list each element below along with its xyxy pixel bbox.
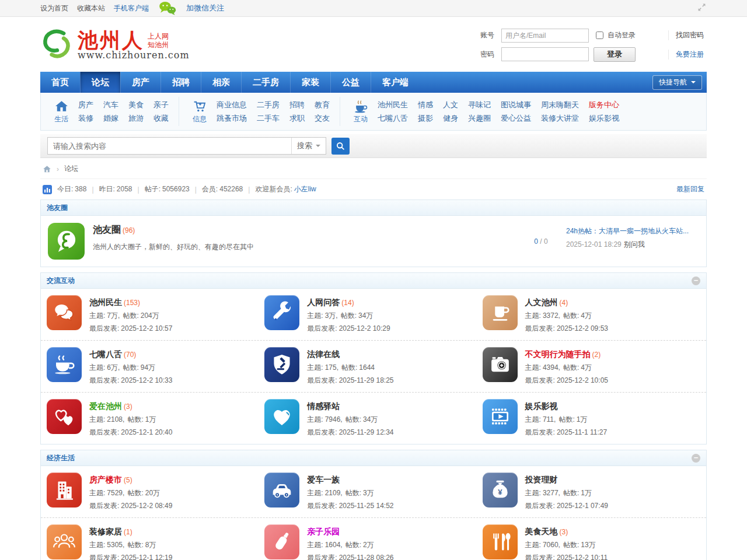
subnav-link[interactable]: 招聘 xyxy=(289,98,305,111)
speech-swirl-icon[interactable] xyxy=(48,223,85,260)
nav-item-4[interactable]: 招聘 xyxy=(160,72,201,93)
account-input[interactable] xyxy=(501,29,589,43)
chat-bubbles-icon[interactable] xyxy=(47,295,82,330)
subnav-link[interactable]: 兴趣圈 xyxy=(468,111,491,125)
subnav-link[interactable]: 装修 xyxy=(78,111,93,125)
set-homepage-link[interactable]: 设为首页 xyxy=(40,4,68,13)
expand-icon[interactable] xyxy=(697,2,707,14)
forum-link[interactable]: 人网问答 xyxy=(307,298,340,307)
nav-item-1[interactable]: 首页 xyxy=(40,72,80,93)
teacup-steam-icon[interactable] xyxy=(47,347,82,382)
collapse-section-button[interactable]: − xyxy=(692,276,700,285)
collapse-section-button[interactable]: − xyxy=(692,454,700,463)
subnav-link[interactable]: 商业信息 xyxy=(217,98,247,111)
logo-swirl-icon xyxy=(40,27,73,62)
forum-link[interactable]: 装修家居 xyxy=(89,527,122,536)
chiyouquan-title-link[interactable]: 池友圈 xyxy=(93,225,121,235)
wechat-follow-link[interactable]: 加微信关注 xyxy=(186,3,224,13)
subnav-link[interactable]: 求职 xyxy=(289,111,305,125)
subnav-link[interactable]: 摄影 xyxy=(418,111,433,125)
login-button[interactable]: 登录 xyxy=(594,47,636,62)
forum-link[interactable]: 美食天地 xyxy=(525,527,558,536)
home-icon[interactable] xyxy=(43,165,51,173)
nav-item-6[interactable]: 二手房 xyxy=(241,72,290,93)
subnav-link[interactable]: 七嘴八舌 xyxy=(378,111,408,125)
breadcrumb-current[interactable]: 论坛 xyxy=(64,164,78,174)
subnav-link[interactable]: 装修大讲堂 xyxy=(541,111,579,125)
nav-item-2[interactable]: 论坛 xyxy=(80,72,120,93)
section-title[interactable]: 池友圈 xyxy=(47,200,68,215)
nav-item-3[interactable]: 房产 xyxy=(120,72,160,93)
coffee-mug-icon[interactable] xyxy=(483,295,518,330)
forum-link[interactable]: 不文明行为随手拍 xyxy=(525,349,591,359)
forum-link[interactable]: 七嘴八舌 xyxy=(89,349,122,359)
double-heart-icon[interactable] xyxy=(47,399,82,434)
forum-row: 池州民生(153)主题:7万,帖数:204万最后发表:2025-12-2 10:… xyxy=(41,289,706,341)
subnav-link[interactable]: 婚嫁 xyxy=(103,111,118,125)
subnav-link[interactable]: 版务中心 xyxy=(589,98,619,111)
subnav-link[interactable]: 二手车 xyxy=(257,111,280,125)
camera-icon[interactable] xyxy=(483,347,518,382)
latest-reply-link[interactable]: 最新回复 xyxy=(676,184,704,194)
forum-link[interactable]: 娱乐影视 xyxy=(525,401,558,411)
wrench-icon[interactable] xyxy=(264,295,299,330)
subnav-link[interactable]: 收藏 xyxy=(153,111,169,125)
forum-link[interactable]: 情感驿站 xyxy=(307,401,340,411)
forum-link[interactable]: 池州民生 xyxy=(89,298,122,307)
subnav-link[interactable]: 爱心公益 xyxy=(501,111,531,125)
subnav-link[interactable]: 教育 xyxy=(315,98,330,111)
forum-link[interactable]: 人文池州 xyxy=(525,298,558,307)
auto-login-checkbox[interactable] xyxy=(596,32,603,39)
last-post-user-link[interactable]: 别问我 xyxy=(624,240,645,249)
money-bag-icon[interactable]: ¥ xyxy=(483,473,518,508)
bookmark-site-link[interactable]: 收藏本站 xyxy=(77,4,105,13)
subnav-link[interactable]: 亲子 xyxy=(153,98,169,111)
wechat-icon[interactable] xyxy=(158,1,177,16)
forum-link[interactable]: 房产楼市 xyxy=(89,475,122,484)
heart-icon[interactable] xyxy=(264,399,299,434)
baby-bottle-icon[interactable] xyxy=(264,524,299,559)
subnav-link[interactable]: 娱乐影视 xyxy=(589,111,619,125)
subnav-link[interactable]: 图说城事 xyxy=(501,98,531,111)
nav-item-9[interactable]: 客户端 xyxy=(371,72,420,93)
search-scope-dropdown[interactable]: 搜索 xyxy=(291,138,326,154)
subnav-link[interactable]: 汽车 xyxy=(103,98,118,111)
subnav-link[interactable]: 交友 xyxy=(315,111,330,125)
film-play-icon[interactable] xyxy=(483,399,518,434)
subnav-link[interactable]: 池州民生 xyxy=(378,98,408,111)
subnav-link[interactable]: 房产 xyxy=(78,98,93,111)
site-logo[interactable]: 池州人 上人网 知池州 www.chizhouren.com xyxy=(40,27,190,62)
forum-link[interactable]: 爱在池州 xyxy=(89,401,122,411)
forum-link[interactable]: 投资理财 xyxy=(525,475,558,484)
subnav-link[interactable]: 美食 xyxy=(128,98,144,111)
subnav-link[interactable]: 旅游 xyxy=(128,111,144,125)
forum-link[interactable]: 亲子乐园 xyxy=(307,527,340,536)
subnav-link[interactable]: 人文 xyxy=(443,98,458,111)
nav-item-7[interactable]: 家装 xyxy=(290,72,330,93)
shield-gavel-icon[interactable] xyxy=(264,347,299,382)
subnav-link[interactable]: 情感 xyxy=(418,98,433,111)
nav-item-8[interactable]: 公益 xyxy=(330,72,371,93)
car-icon[interactable] xyxy=(264,473,299,508)
subnav-link[interactable]: 二手房 xyxy=(257,98,280,111)
search-input[interactable] xyxy=(48,139,291,153)
register-link[interactable]: 免费注册 xyxy=(668,50,707,60)
building-icon[interactable] xyxy=(47,473,82,508)
forum-link[interactable]: 爱车一族 xyxy=(307,475,340,484)
forum-link[interactable]: 法律在线 xyxy=(307,349,340,359)
nav-item-5[interactable]: 相亲 xyxy=(201,72,241,93)
subnav-link[interactable]: 跳蚤市场 xyxy=(217,111,247,125)
cutlery-icon[interactable] xyxy=(483,524,518,559)
breadcrumb: › 论坛 xyxy=(40,158,707,179)
subnav-link[interactable]: 周末嗨翻天 xyxy=(541,98,579,111)
quick-nav-button[interactable]: 快捷导航 xyxy=(652,75,702,90)
subnav-link[interactable]: 健身 xyxy=(443,111,458,125)
find-password-link[interactable]: 找回密码 xyxy=(668,30,707,40)
new-member-link[interactable]: 小左liw xyxy=(294,185,316,193)
search-button[interactable] xyxy=(331,138,350,155)
mobile-client-link[interactable]: 手机客户端 xyxy=(114,4,149,13)
people-icon[interactable] xyxy=(47,524,82,559)
password-input[interactable] xyxy=(501,47,589,61)
hot-post-link[interactable]: 24h热帖：大清早一瘸一拐地从火车站... xyxy=(566,226,699,236)
subnav-link[interactable]: 寻味记 xyxy=(468,98,491,111)
